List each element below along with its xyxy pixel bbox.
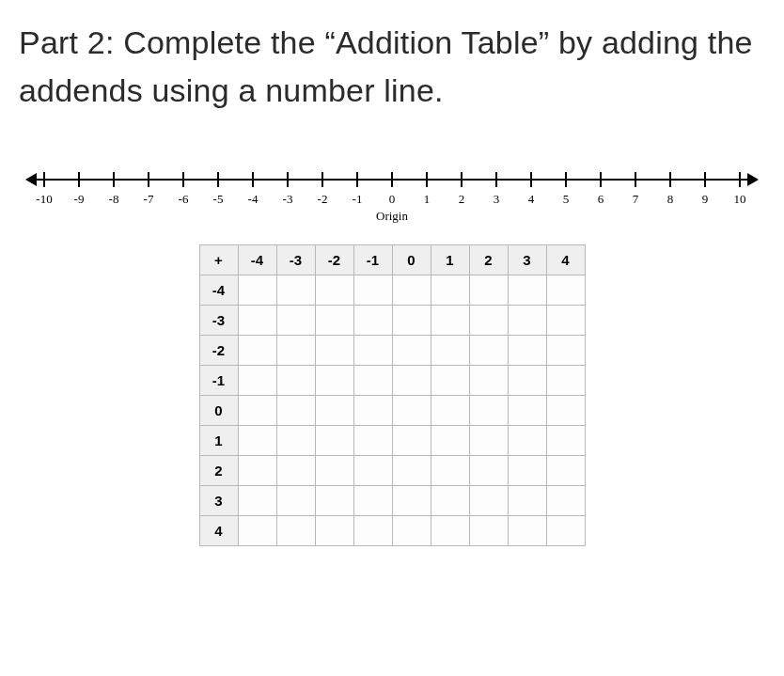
table-cell[interactable]: [431, 366, 469, 396]
addition-table: + -4 -3 -2 -1 0 1 2 3 4 -4 -3 -2 -1 0 1 …: [199, 244, 586, 546]
table-cell[interactable]: [276, 456, 315, 486]
number-line-tick-label: 1: [424, 192, 431, 207]
table-cell[interactable]: [508, 516, 546, 546]
table-cell[interactable]: [238, 336, 276, 366]
number-line-tick-label: 10: [734, 192, 746, 207]
table-cell[interactable]: [508, 396, 546, 426]
number-line-tick-label: -2: [318, 192, 328, 207]
table-cell[interactable]: [392, 275, 431, 306]
table-cell[interactable]: [276, 366, 315, 396]
table-cell[interactable]: [431, 456, 469, 486]
table-cell[interactable]: [353, 396, 392, 426]
number-line-tick-label: 9: [702, 192, 709, 207]
table-cell[interactable]: [469, 456, 508, 486]
number-line-tick-label: 5: [563, 192, 570, 207]
number-line-tick: [78, 172, 80, 187]
table-cell[interactable]: [508, 306, 546, 336]
table-cell[interactable]: [546, 426, 585, 456]
table-cell[interactable]: [238, 456, 276, 486]
table-cell[interactable]: [469, 396, 508, 426]
table-cell[interactable]: [469, 306, 508, 336]
table-cell[interactable]: [546, 306, 585, 336]
table-cell[interactable]: [353, 426, 392, 456]
table-cell[interactable]: [469, 336, 508, 366]
table-cell[interactable]: [546, 366, 585, 396]
table-cell[interactable]: [315, 275, 353, 306]
table-cell[interactable]: [431, 426, 469, 456]
number-line-tick-label: -10: [36, 192, 52, 207]
table-cell[interactable]: [315, 456, 353, 486]
table-cell[interactable]: [508, 456, 546, 486]
table-cell[interactable]: [546, 456, 585, 486]
number-line-tick: [148, 172, 149, 187]
number-line-tick: [565, 172, 567, 187]
table-cell[interactable]: [353, 456, 392, 486]
col-header: -2: [315, 245, 353, 275]
table-cell[interactable]: [238, 516, 276, 546]
table-cell[interactable]: [276, 396, 315, 426]
table-cell[interactable]: [546, 396, 585, 426]
table-cell[interactable]: [392, 516, 431, 546]
table-cell[interactable]: [353, 516, 392, 546]
table-cell[interactable]: [238, 486, 276, 516]
table-cell[interactable]: [353, 366, 392, 396]
table-cell[interactable]: [392, 306, 431, 336]
table-cell[interactable]: [469, 486, 508, 516]
number-line-tick-label: -9: [74, 192, 85, 207]
row-header: 3: [199, 486, 238, 516]
table-cell[interactable]: [508, 275, 546, 306]
table-cell[interactable]: [431, 275, 469, 306]
number-line-tick-label: 2: [459, 192, 465, 207]
table-cell[interactable]: [353, 275, 392, 306]
table-cell[interactable]: [315, 426, 353, 456]
table-cell[interactable]: [315, 516, 353, 546]
table-cell[interactable]: [315, 486, 353, 516]
table-cell[interactable]: [353, 486, 392, 516]
table-cell[interactable]: [276, 516, 315, 546]
table-cell[interactable]: [469, 426, 508, 456]
number-line-tick: [739, 172, 741, 187]
table-cell[interactable]: [315, 396, 353, 426]
table-cell[interactable]: [392, 396, 431, 426]
table-cell[interactable]: [353, 336, 392, 366]
table-cell[interactable]: [546, 516, 585, 546]
table-cell[interactable]: [276, 306, 315, 336]
table-cell[interactable]: [315, 336, 353, 366]
table-cell[interactable]: [392, 486, 431, 516]
table-cell[interactable]: [276, 486, 315, 516]
table-cell[interactable]: [238, 275, 276, 306]
table-cell[interactable]: [431, 306, 469, 336]
table-cell[interactable]: [276, 336, 315, 366]
table-cell[interactable]: [546, 486, 585, 516]
table-cell[interactable]: [276, 426, 315, 456]
table-cell[interactable]: [431, 516, 469, 546]
table-cell[interactable]: [392, 426, 431, 456]
table-cell[interactable]: [238, 306, 276, 336]
table-cell[interactable]: [392, 456, 431, 486]
table-cell[interactable]: [315, 366, 353, 396]
table-cell[interactable]: [276, 275, 315, 306]
table-cell[interactable]: [469, 366, 508, 396]
number-line-tick: [43, 172, 45, 187]
number-line-tick-label: 3: [494, 192, 500, 207]
table-cell[interactable]: [392, 336, 431, 366]
table-cell[interactable]: [546, 275, 585, 306]
table-cell[interactable]: [431, 336, 469, 366]
table-cell[interactable]: [238, 366, 276, 396]
table-cell[interactable]: [546, 336, 585, 366]
table-cell[interactable]: [469, 275, 508, 306]
table-cell[interactable]: [508, 486, 546, 516]
table-cell[interactable]: [508, 426, 546, 456]
table-cell[interactable]: [508, 366, 546, 396]
table-cell[interactable]: [508, 336, 546, 366]
table-cell[interactable]: [238, 396, 276, 426]
table-cell[interactable]: [353, 306, 392, 336]
table-cell[interactable]: [315, 306, 353, 336]
table-cell[interactable]: [392, 366, 431, 396]
table-cell[interactable]: [469, 516, 508, 546]
number-line-tick: [217, 172, 219, 187]
table-cell[interactable]: [431, 486, 469, 516]
row-header: 2: [199, 456, 238, 486]
table-cell[interactable]: [238, 426, 276, 456]
table-cell[interactable]: [431, 396, 469, 426]
